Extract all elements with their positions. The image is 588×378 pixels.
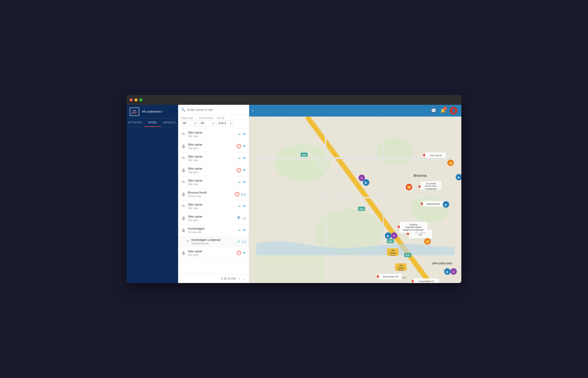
site-type-icon	[181, 180, 186, 185]
site-type-icon	[181, 250, 186, 255]
list-item[interactable]: Site name Site type ! 👁	[178, 247, 249, 259]
svg-text:150: 150	[391, 249, 394, 252]
signal-icon[interactable]: ((·))	[241, 192, 246, 196]
signal-weak-icon[interactable]	[242, 216, 246, 220]
sidebar-item-sites[interactable]: SITES	[144, 119, 161, 127]
visibility-icon[interactable]: 👁	[243, 132, 246, 136]
signal-icon[interactable]: ((·))	[242, 240, 246, 243]
site-type: Site type	[188, 159, 236, 162]
svg-text:E18: E18	[360, 208, 363, 210]
collapse-panel-button[interactable]: ‹	[249, 105, 256, 117]
pagination-bar: 1-10 of 214 ‹ ›	[178, 274, 249, 283]
sidebar: YARA All customers ▾ NETWORK SITES MANAG…	[127, 105, 178, 283]
site-type: Dosing site	[188, 195, 233, 198]
sidebar-header: YARA All customers ▾	[127, 105, 178, 119]
svg-text:▶: ▶	[446, 270, 448, 273]
svg-text:▶: ▶	[365, 181, 367, 184]
list-item[interactable]: Site name Site type ! 👁	[178, 140, 249, 152]
site-type: Site type	[188, 207, 236, 210]
svg-rect-0	[131, 108, 139, 115]
site-status: ✓ ((·))	[237, 240, 246, 243]
svg-rect-37	[256, 255, 326, 283]
list-item[interactable]: Site name Site type ✓ 👁	[178, 176, 249, 188]
sidebar-item-manage[interactable]: MANAGE	[161, 119, 178, 127]
wifi-icon	[186, 240, 189, 243]
svg-text:Brunna: Brunna	[390, 254, 395, 256]
site-info: Konstvägen Longnose Monitoring site	[191, 238, 235, 245]
svg-rect-31	[245, 216, 246, 220]
map-background[interactable]: E18 E18 E18 E18 150 Trafikplats Brunna 1…	[249, 117, 461, 283]
svg-point-73	[423, 154, 425, 156]
visibility-icon[interactable]: 👁	[243, 204, 246, 208]
visibility-icon[interactable]: 👁	[243, 180, 246, 184]
visibility-icon[interactable]: 👁	[243, 251, 246, 255]
svg-text:Hagnässkolan: Hagnässkolan	[427, 203, 440, 205]
sidebar-item-network[interactable]: NETWORK	[127, 119, 144, 127]
chevron-down-icon: ▾	[162, 110, 163, 113]
status-warn-icon: !	[235, 192, 239, 196]
maximize-button[interactable]	[140, 98, 142, 101]
site-status: ✓ 👁	[238, 156, 246, 160]
sites-list: Site name Site type ✓ 👁 Site name	[178, 128, 249, 274]
status-ok-icon: ✓	[238, 228, 241, 232]
search-input[interactable]	[187, 108, 246, 112]
svg-text:materials supplier: materials supplier	[406, 226, 422, 229]
site-info: Site name Site type	[188, 131, 236, 138]
svg-text:●: ●	[453, 270, 454, 273]
svg-text:▶: ▶	[445, 203, 447, 206]
pagination-prev-button[interactable]: ‹	[238, 276, 241, 281]
search-bar: 🔍	[178, 105, 249, 115]
site-info: Site name Site type	[188, 179, 236, 186]
status-filter-select[interactable]: All	[199, 120, 215, 126]
site-status: ✓ 👁	[238, 132, 246, 136]
close-button[interactable]	[130, 98, 133, 101]
svg-point-81	[421, 202, 423, 205]
type-filter-select[interactable]: All	[181, 120, 197, 126]
status-warn-icon: !	[237, 168, 241, 172]
list-item-child[interactable]: Konstvägen Longnose Monitoring site ✓ ((…	[178, 236, 249, 247]
list-item[interactable]: Site name Site type ✓ 👁	[178, 200, 249, 212]
site-status: P	[238, 216, 246, 220]
status-ok-icon: ✓	[238, 156, 241, 160]
site-name: Site name	[188, 131, 236, 135]
svg-text:YARA: YARA	[133, 110, 136, 111]
titlebar	[127, 95, 461, 105]
svg-rect-3	[132, 113, 136, 113]
svg-point-33	[275, 144, 330, 181]
list-item[interactable]: Site name Site type ✓ 👁	[178, 128, 249, 140]
list-item[interactable]: Site name Site type P	[178, 212, 249, 224]
list-item[interactable]: Konstvägen Dosing site ✓ 👁	[178, 224, 249, 236]
svg-text:📶: 📶	[407, 185, 411, 189]
status-parking-icon: P	[238, 216, 240, 220]
sites-panel: 🔍 Select type All Select status	[178, 105, 249, 283]
list-item[interactable]: Site name Site type ! 👁	[178, 164, 249, 176]
site-type: Site type	[188, 253, 235, 256]
list-item[interactable]: Brunna North Dosing site ! ((·))	[178, 188, 249, 200]
customer-selector[interactable]: All customers ▾	[142, 110, 163, 113]
visibility-icon[interactable]: 👁	[243, 228, 246, 232]
list-item[interactable]: Site name Site type ✓ 👁	[178, 152, 249, 164]
site-info: Brunna North Dosing site	[188, 191, 233, 198]
sort-filter-select[interactable]: A to Z	[217, 120, 233, 126]
site-type: Site type	[188, 183, 236, 186]
site-status: ✓ 👁	[238, 228, 246, 232]
site-name: Site name	[188, 203, 236, 206]
customer-name: All customers	[142, 110, 161, 113]
svg-text:Building: Building	[410, 224, 418, 226]
sort-filter-label: Sort by	[217, 117, 233, 120]
status-warn-icon: !	[237, 251, 241, 255]
pagination-next-button[interactable]: ›	[243, 276, 246, 281]
filter-bar: Select type All Select status All	[178, 115, 249, 128]
site-name: Site name	[188, 143, 235, 146]
site-type-icon	[181, 216, 186, 221]
avatar[interactable]: 👤	[449, 107, 457, 115]
site-type: Dosing site	[188, 231, 236, 234]
notification-button[interactable]: 🔔 3	[440, 108, 446, 113]
minimize-button[interactable]	[135, 98, 138, 101]
site-status: ✓ 👁	[238, 204, 246, 208]
visibility-icon[interactable]: 👁	[243, 156, 246, 160]
site-name: Site name	[188, 155, 236, 158]
visibility-icon[interactable]: 👁	[243, 168, 246, 172]
chat-button[interactable]: 💬	[431, 108, 436, 113]
visibility-icon[interactable]: 👁	[243, 144, 246, 148]
